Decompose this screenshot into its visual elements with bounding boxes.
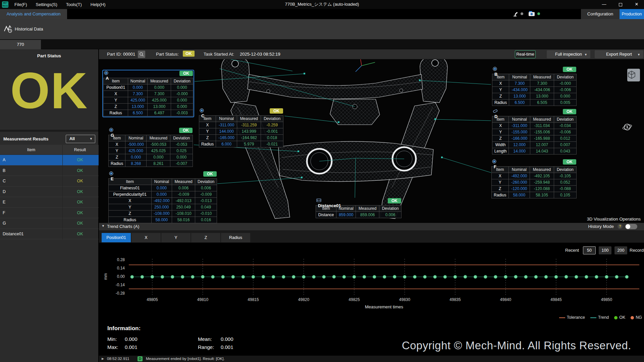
recent-200-button[interactable]: 200 (614, 246, 627, 254)
configuration-button[interactable]: Configuration (581, 9, 620, 19)
recent-label: Recent (565, 248, 579, 253)
window-title: 770B_Metrics_システム (auto-loaded) (285, 0, 359, 9)
recent-100-button[interactable]: 100 (599, 246, 611, 254)
tab-analysis-and-compensation[interactable]: Analysis and Compensation (0, 9, 67, 19)
feature-item-cell: X (492, 173, 509, 179)
history-mode-toggle[interactable] (625, 224, 637, 229)
min-value: 0.000 (125, 336, 198, 342)
feature-deviation-cell: -0.013 (195, 198, 217, 204)
trend-tab-x[interactable]: X (131, 233, 161, 242)
part-status-panel: Part Status OK Measurement Results All ▼… (0, 49, 99, 362)
menu-item-file[interactable]: File(F) (10, 0, 32, 9)
feature-row-Width: Width12.00012.0070.007 (492, 142, 577, 148)
range-value: 0.001 (221, 344, 233, 350)
search-icon[interactable] (138, 51, 145, 58)
feature-deviation-cell: 0.006 (379, 212, 401, 218)
result-row-Distance01[interactable]: Distance01OK (0, 229, 99, 240)
feature-row-Perpendicularity01: Perpendicularity010.000-0.009-0.009 (109, 191, 217, 198)
results-filter-dropdown[interactable]: All ▼ (66, 135, 95, 143)
feature-item-cell: Radius (492, 192, 509, 198)
feature-table-grid: ItemNominalMeasuredDeviationX-311.000-31… (492, 116, 577, 155)
feature-table-G[interactable]: GOKItemNominalMeasuredDeviationX-500.000… (107, 127, 194, 168)
result-row-C[interactable]: COK (0, 176, 99, 187)
result-row-result: OK (62, 218, 97, 229)
feature-row-Radius: Radius58.00058.1050.105 (492, 192, 577, 198)
recent-50-button[interactable]: 50 (583, 246, 596, 254)
result-row-A[interactable]: AOK (0, 155, 99, 166)
trend-charts-title: Trend Charts (A) (107, 224, 139, 229)
feature-item-cell: X (492, 80, 509, 87)
trend-tab-z[interactable]: Z (191, 233, 220, 242)
result-row-G[interactable]: GOK (0, 218, 99, 229)
feature-table-B[interactable]: BOKItemNominalMeasuredDeviationX7.3007.3… (491, 66, 578, 107)
menu-item-help[interactable]: Help(H) (86, 0, 110, 9)
feature-measured-cell: 6.505 (530, 100, 554, 106)
legend-item-trend: Trend (590, 315, 609, 320)
trend-chart-canvas: 4980549810498154982049825498304983549840… (127, 258, 641, 305)
feature-measured-cell: 12.007 (530, 142, 554, 148)
feature-table-Distance01[interactable]: Distance01OKItemNominalMeasuredDeviation… (315, 197, 402, 219)
feature-nominal-cell: 13.000 (128, 104, 148, 110)
orbit-view-button[interactable] (622, 120, 636, 134)
collapse-triangle-icon[interactable]: ▼ (102, 224, 105, 228)
feature-table-A[interactable]: AOKItemNominalMeasuredDeviationPosition0… (102, 70, 194, 117)
x-tick-label: 49830 (399, 297, 411, 302)
feature-measured-cell: 14.043 (530, 148, 554, 155)
feature-row-Radius: Radius6.5006.497-0.003 (104, 110, 193, 116)
inspection-mode-value: Full inspection (555, 52, 582, 57)
feature-table-name: C (201, 113, 204, 118)
data-point (544, 275, 548, 279)
feature-measured-cell: -155.006 (530, 129, 554, 135)
tab-770[interactable]: 770 (0, 40, 41, 49)
data-point (171, 275, 174, 279)
trend-tab-radius[interactable]: Radius (221, 233, 250, 242)
feature-item-cell: X (109, 141, 125, 148)
feature-table-grid: ItemNominalMeasuredDeviationX-492.000-49… (491, 166, 577, 198)
help-icon[interactable]: ? (618, 224, 623, 229)
feature-table-name: E (111, 176, 114, 181)
feature-deviation-cell: -0.007 (170, 161, 193, 167)
feature-table-C[interactable]: COKItemNominalMeasuredDeviationX-311.000… (198, 107, 284, 148)
data-point (151, 275, 154, 279)
expand-log-icon[interactable]: ▶ (102, 357, 104, 360)
result-row-E[interactable]: EOK (0, 197, 99, 208)
min-label: Min: (107, 336, 125, 342)
close-icon[interactable]: ✕ (629, 0, 644, 9)
production-button[interactable]: Production (620, 9, 644, 19)
feature-col-deviation: Deviation (171, 78, 193, 84)
minimize-icon[interactable]: — (597, 0, 611, 9)
reset-view-cube-button[interactable] (627, 69, 640, 81)
result-row-F[interactable]: FOK (0, 208, 99, 219)
feature-table-title: DOK (492, 109, 577, 116)
feature-item-cell: X (104, 91, 128, 97)
menu-item-tools[interactable]: Tools(T) (62, 0, 86, 9)
viz-operations-label[interactable]: 3D Visualization Operations (587, 217, 641, 222)
feature-table-D[interactable]: DOKItemNominalMeasuredDeviationX-311.000… (491, 108, 578, 156)
x-tick-label: 49815 (248, 297, 259, 302)
historical-data-label[interactable]: Historical Data (15, 26, 43, 32)
legend-item-ok: OK (614, 315, 625, 320)
result-row-item-label: D (0, 187, 62, 197)
data-point (353, 275, 356, 279)
maximize-icon[interactable] (613, 0, 628, 9)
inspection-mode-dropdown[interactable]: Full inspection▼ (547, 50, 590, 58)
feature-measured-cell: -311.259 (237, 122, 261, 128)
feature-table-F[interactable]: FOKItemNominalMeasuredDeviationX-492.000… (490, 158, 578, 199)
data-point (302, 275, 306, 279)
feature-col-nominal: Nominal (509, 116, 530, 123)
feature-nominal-cell: -120.000 (508, 186, 530, 192)
feature-table-E[interactable]: EOKItemNominalMeasuredDeviationFlatness0… (107, 170, 218, 224)
result-row-D[interactable]: DOK (0, 187, 99, 197)
realtime-button[interactable]: Real-time (515, 50, 536, 58)
feature-nominal-cell: 7.300 (509, 80, 530, 87)
result-row-B[interactable]: BOK (0, 166, 99, 176)
data-point (595, 275, 598, 279)
trend-tab-y[interactable]: Y (161, 233, 191, 242)
trend-tab-position01[interactable]: Position01 (102, 233, 131, 242)
max-label: Max: (107, 344, 125, 350)
export-report-dropdown[interactable]: Export Report▼ (595, 50, 643, 58)
menu-item-settings[interactable]: Settings(S) (32, 0, 62, 9)
feature-deviation-cell: -0.259 (261, 122, 283, 128)
feature-measured-cell: 8.261 (147, 161, 170, 167)
data-point (312, 275, 316, 279)
